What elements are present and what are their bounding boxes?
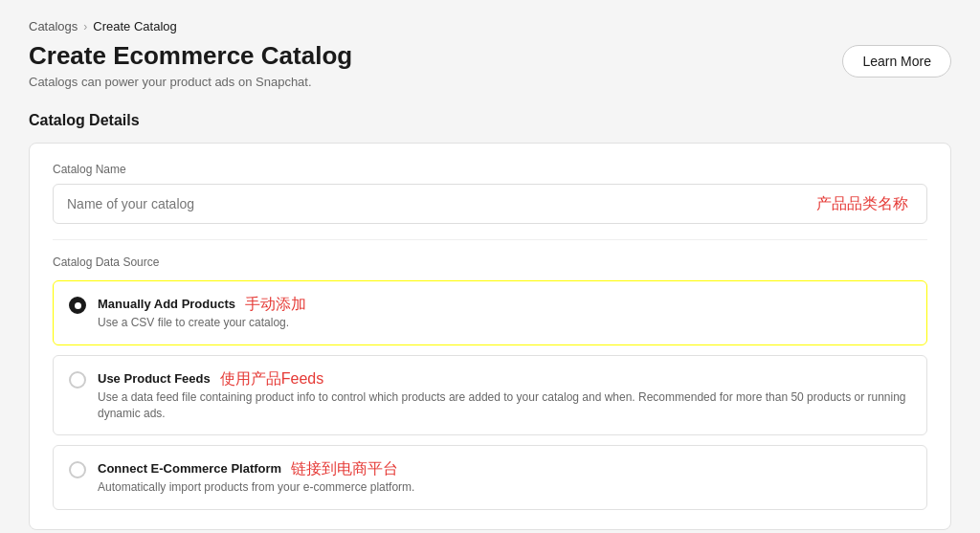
radio-ecommerce[interactable] (69, 461, 86, 478)
catalog-details-section: Catalog Details Catalog Name 产品品类名称 Cata… (29, 112, 951, 530)
radio-manual-annotation: 手动添加 (245, 295, 306, 315)
divider (53, 239, 927, 240)
radio-manual-desc: Use a CSV file to create your catalog. (98, 315, 911, 331)
breadcrumb-current: Create Catalog (93, 19, 176, 33)
radio-manual-title: Manually Add Products (98, 297, 235, 311)
radio-option-manual[interactable]: Manually Add Products 手动添加 Use a CSV fil… (53, 280, 927, 345)
radio-feeds-desc: Use a data feed file containing product … (98, 389, 911, 422)
radio-manual-title-row: Manually Add Products 手动添加 (98, 295, 911, 315)
radio-option-ecommerce[interactable]: Connect E-Commerce Platform 链接到电商平台 Auto… (53, 445, 927, 510)
page-header: Create Ecommerce Catalog Catalogs can po… (29, 41, 951, 89)
radio-option-feeds[interactable]: Use Product Feeds 使用产品Feeds Use a data f… (53, 355, 927, 436)
page-container: Catalogs › Create Catalog Create Ecommer… (0, 0, 980, 533)
radio-feeds[interactable] (69, 371, 86, 389)
learn-more-button[interactable]: Learn More (842, 45, 951, 78)
radio-ecommerce-desc: Automatically import products from your … (98, 479, 911, 496)
radio-ecommerce-title-row: Connect E-Commerce Platform 链接到电商平台 (98, 459, 911, 479)
page-title-section: Create Ecommerce Catalog Catalogs can po… (29, 41, 352, 89)
radio-feeds-annotation: 使用产品Feeds (220, 369, 323, 389)
breadcrumb: Catalogs › Create Catalog (29, 19, 951, 33)
page-subtitle: Catalogs can power your product ads on S… (29, 75, 352, 89)
radio-manual-content: Manually Add Products 手动添加 Use a CSV fil… (98, 295, 911, 331)
breadcrumb-parent[interactable]: Catalogs (29, 19, 78, 33)
radio-ecommerce-content: Connect E-Commerce Platform 链接到电商平台 Auto… (98, 459, 911, 496)
radio-ecommerce-title: Connect E-Commerce Platform (98, 461, 281, 476)
catalog-name-annotation: 产品品类名称 (816, 194, 908, 214)
section-title: Catalog Details (29, 112, 951, 129)
radio-ecommerce-annotation: 链接到电商平台 (291, 459, 398, 479)
catalog-name-label: Catalog Name (53, 163, 927, 176)
breadcrumb-separator: › (83, 20, 87, 33)
radio-feeds-content: Use Product Feeds 使用产品Feeds Use a data f… (98, 369, 911, 422)
catalog-details-card: Catalog Name 产品品类名称 Catalog Data Source … (29, 143, 951, 530)
radio-feeds-title: Use Product Feeds (98, 371, 211, 386)
page-title: Create Ecommerce Catalog (29, 41, 352, 71)
data-source-label: Catalog Data Source (53, 255, 927, 269)
catalog-name-input[interactable] (53, 184, 927, 224)
radio-feeds-title-row: Use Product Feeds 使用产品Feeds (98, 369, 911, 389)
radio-manual[interactable] (69, 297, 86, 314)
catalog-name-row: 产品品类名称 (53, 184, 927, 224)
